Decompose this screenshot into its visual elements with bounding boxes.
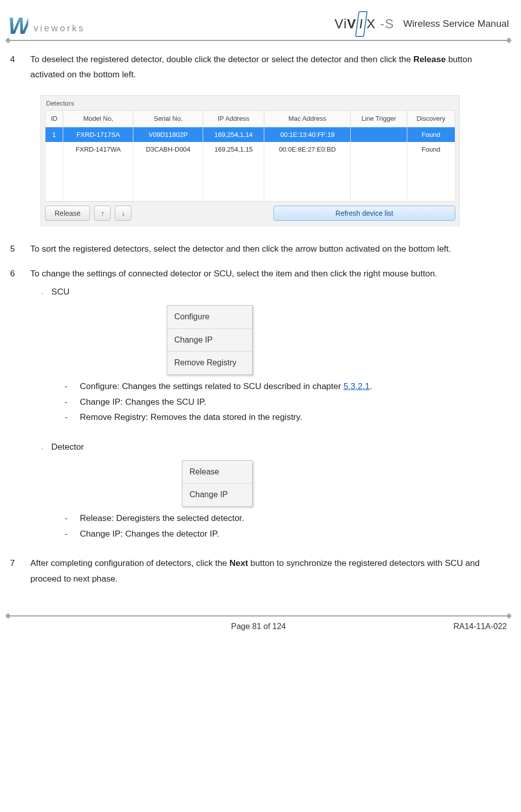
col-trigger[interactable]: Line Trigger (351, 111, 407, 127)
move-up-button[interactable]: ↑ (94, 206, 111, 221)
step-body: To change the settings of connected dete… (30, 266, 507, 542)
step-text: To change the settings of connected dete… (30, 269, 437, 278)
cell-id (45, 142, 63, 157)
item-text: Configure: Changes the settings related … (80, 379, 372, 395)
scu-desc-list: - Configure: Changes the settings relate… (65, 379, 507, 425)
dash-icon: - (65, 395, 71, 410)
chapter-link[interactable]: 5.3.2.1 (344, 381, 370, 391)
step-body: To deselect the registered detector, dou… (30, 52, 507, 83)
table-row[interactable] (45, 157, 455, 168)
scu-context-menu: Configure Change IP Remove Registry (167, 305, 253, 375)
step-text: To deselect the registered detector, dou… (30, 55, 413, 64)
cell-disc: Found (407, 142, 455, 157)
brand-mark: W (8, 16, 28, 36)
col-ip[interactable]: IP Address (203, 111, 264, 127)
step-number: 4 (10, 52, 19, 83)
cell-mac: 00:0E:8E:27:E0:BD (264, 142, 351, 157)
menu-item-change-ip[interactable]: Change IP (167, 329, 252, 352)
page-footer: Page 81 of 124 RA14-11A-022 (8, 615, 509, 644)
button-group-left: Release ↑ ↓ (45, 206, 131, 221)
cell-serial: D3CABH-D004 (133, 142, 203, 157)
step-6: 6 To change the settings of connected de… (10, 266, 507, 542)
cell-disc: Found (407, 127, 455, 142)
cell-trig (351, 127, 407, 142)
page-number: Page 81 of 124 (231, 619, 286, 634)
menu-item-configure[interactable]: Configure (167, 306, 252, 329)
step-number: 6 (10, 266, 19, 542)
detectors-panel: Detectors ID Model No, Serial No, IP Add… (40, 95, 460, 226)
page-header: W vieworks ViVIX -S Wireless Service Man… (8, 11, 509, 41)
product-logo: ViVIX -S (335, 11, 394, 37)
table-header-row: ID Model No, Serial No, IP Address Mac A… (45, 111, 455, 127)
cell-ip: 169,254,1,14 (203, 127, 264, 142)
item-text: Remove Registry: Removes the data stored… (80, 410, 302, 425)
step-7: 7 After completing configuration of dete… (10, 556, 507, 587)
list-item: - Release: Deregisters the selected dete… (65, 511, 507, 527)
release-keyword: Release (413, 55, 446, 64)
next-keyword: Next (229, 558, 248, 568)
sub-bullet-scu: ▫ SCU (41, 284, 507, 300)
table-row[interactable]: 1 FXRD-1717SA V09D11802P 169,254,1,14 00… (45, 127, 455, 142)
col-serial[interactable]: Serial No, (133, 111, 203, 127)
item-text: Change IP: Changes the detector IP. (80, 527, 219, 542)
sub-bullet-detector: ▫ Detector (41, 440, 507, 455)
detectors-table: ID Model No, Serial No, IP Address Mac A… (45, 110, 455, 202)
text: . (370, 381, 372, 391)
panel-buttons: Release ↑ ↓ Refresh device list (45, 206, 455, 221)
menu-item-remove-registry[interactable]: Remove Registry (167, 352, 252, 374)
col-id[interactable]: ID (45, 111, 63, 127)
cell-mac: 00:1E:13:40:FF:19 (264, 127, 351, 142)
cell-trig (351, 142, 407, 157)
step-5: 5 To sort the registered detectors, sele… (10, 242, 507, 257)
menu-item-release[interactable]: Release (182, 461, 252, 484)
brand-logo: W vieworks (8, 16, 85, 36)
doc-id: RA14-11A-022 (453, 619, 507, 634)
menu-item-change-ip[interactable]: Change IP (182, 484, 252, 506)
dash-icon: - (65, 410, 71, 425)
bullet-icon: ▫ (41, 444, 43, 460)
step-number: 7 (10, 556, 19, 587)
list-item: - Configure: Changes the settings relate… (65, 379, 507, 395)
list-item: - Remove Registry: Removes the data stor… (65, 410, 507, 425)
dash-icon: - (65, 511, 71, 527)
text: Configure: Changes the settings related … (80, 381, 344, 391)
col-model[interactable]: Model No, (63, 111, 133, 127)
header-right: ViVIX -S Wireless Service Manual (335, 11, 509, 37)
table-row[interactable]: FXRD-1417WA D3CABH-D004 169,254,1,15 00:… (45, 142, 455, 157)
content-area: 4 To deselect the registered detector, d… (8, 52, 509, 587)
cell-serial: V09D11802P (133, 127, 203, 142)
step-body: To sort the registered detectors, select… (30, 242, 507, 257)
move-down-button[interactable]: ↓ (115, 206, 131, 221)
col-mac[interactable]: Mac Address (264, 111, 351, 127)
cell-model: FXRD-1417WA (63, 142, 133, 157)
step-number: 5 (10, 242, 19, 257)
detector-desc-list: - Release: Deregisters the selected dete… (65, 511, 507, 542)
item-text: Change IP: Changes the SCU IP. (80, 395, 206, 410)
sub-label: Detector (52, 440, 84, 455)
release-button[interactable]: Release (45, 206, 90, 221)
list-item: - Change IP: Changes the detector IP. (65, 527, 507, 542)
bullet-icon: ▫ (41, 289, 43, 305)
table-row[interactable] (45, 168, 455, 179)
manual-title: Wireless Service Manual (403, 15, 509, 32)
cell-id: 1 (45, 127, 63, 142)
cell-model: FXRD-1717SA (63, 127, 133, 142)
step-4: 4 To deselect the registered detector, d… (10, 52, 507, 83)
col-discovery[interactable]: Discovery (407, 111, 455, 127)
step-body: After completing configuration of detect… (30, 556, 507, 587)
table-row[interactable] (45, 179, 455, 190)
refresh-device-list-button[interactable]: Refresh device list (273, 206, 455, 221)
brand-text: vieworks (33, 20, 85, 36)
dash-icon: - (65, 527, 71, 542)
table-row[interactable] (45, 190, 455, 202)
dash-icon: - (65, 379, 71, 395)
cell-ip: 169,254,1,15 (203, 142, 264, 157)
sub-label: SCU (52, 284, 70, 300)
detector-context-menu: Release Change IP (182, 460, 253, 507)
step-text: After completing configuration of detect… (30, 558, 229, 568)
list-item: - Change IP: Changes the SCU IP. (65, 395, 507, 410)
item-text: Release: Deregisters the selected detect… (80, 511, 244, 527)
panel-label: Detectors (46, 98, 455, 109)
